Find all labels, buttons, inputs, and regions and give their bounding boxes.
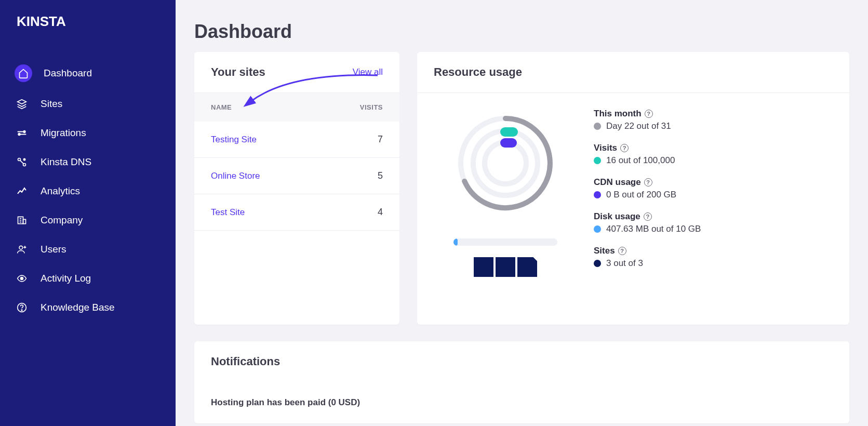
site-visits: 4 bbox=[378, 207, 383, 218]
svg-point-1 bbox=[18, 134, 20, 135]
sidebar-item-analytics[interactable]: Analytics bbox=[0, 177, 176, 206]
sidebar-item-knowledge-base[interactable]: Knowledge Base bbox=[0, 293, 176, 322]
site-row: Testing Site7 bbox=[194, 122, 399, 158]
sidebar-item-dashboard[interactable]: Dashboard bbox=[0, 57, 176, 89]
site-link[interactable]: Testing Site bbox=[211, 135, 257, 145]
svg-point-8 bbox=[21, 277, 23, 280]
sidebar-item-users[interactable]: Users bbox=[0, 235, 176, 264]
site-link[interactable]: Test Site bbox=[211, 207, 245, 218]
sidebar-item-company[interactable]: Company bbox=[0, 206, 176, 235]
help-icon[interactable]: ? bbox=[645, 110, 653, 118]
site-row: Test Site4 bbox=[194, 194, 399, 231]
help-icon[interactable]: ? bbox=[620, 144, 629, 152]
svg-point-0 bbox=[23, 131, 25, 132]
sidebar-item-label: Analytics bbox=[41, 185, 80, 197]
card-your-sites: Your sites View all NAME VISITS Testing … bbox=[194, 52, 399, 325]
svg-rect-13 bbox=[500, 127, 518, 137]
help-icon[interactable]: ? bbox=[618, 247, 626, 255]
resource-title: Resource usage bbox=[434, 65, 522, 79]
sidebar-item-kinsta-dns[interactable]: Kinsta DNS bbox=[0, 148, 176, 177]
layers-icon bbox=[15, 97, 29, 111]
analytics-icon bbox=[15, 184, 29, 198]
help-icon[interactable]: ? bbox=[644, 178, 652, 187]
sidebar-item-label: Activity Log bbox=[41, 273, 91, 284]
brand-text: KINSTA bbox=[17, 15, 66, 29]
migrations-icon bbox=[15, 126, 29, 140]
legend-this-month: This month? Day 22 out of 31 bbox=[594, 109, 829, 131]
site-link[interactable]: Online Store bbox=[211, 171, 260, 181]
dns-icon bbox=[15, 155, 29, 169]
view-all-link[interactable]: View all bbox=[353, 67, 383, 77]
svg-rect-6 bbox=[23, 219, 26, 223]
dot-icon bbox=[594, 123, 601, 130]
legend-cdn: CDN usage? 0 B out of 200 GB bbox=[594, 177, 829, 200]
sidebar-item-label: Sites bbox=[41, 98, 62, 110]
sidebar-item-label: Kinsta DNS bbox=[41, 156, 91, 168]
sidebar-item-sites[interactable]: Sites bbox=[0, 89, 176, 118]
col-name: NAME bbox=[211, 103, 232, 111]
site-row: Online Store5 bbox=[194, 158, 399, 194]
svg-point-7 bbox=[19, 246, 23, 249]
sites-table-head: NAME VISITS bbox=[194, 93, 399, 122]
site-icon bbox=[496, 257, 515, 277]
svg-point-16 bbox=[491, 149, 520, 178]
brand-logo: KINSTA bbox=[0, 15, 176, 57]
notifications-title: Notifications bbox=[211, 355, 280, 368]
svg-point-4 bbox=[23, 158, 25, 160]
svg-rect-15 bbox=[500, 138, 517, 148]
sidebar-item-label: Company bbox=[41, 215, 83, 226]
nav-list: DashboardSitesMigrationsKinsta DNSAnalyt… bbox=[0, 57, 176, 322]
dot-icon bbox=[594, 157, 601, 164]
resource-gauge bbox=[451, 109, 560, 218]
site-icon bbox=[474, 257, 493, 277]
card-notifications: Notifications Hosting plan has been paid… bbox=[194, 341, 849, 423]
dot-icon bbox=[594, 225, 601, 233]
notification-item[interactable]: Hosting plan has been paid (0 USD) bbox=[211, 397, 833, 408]
dot-icon bbox=[594, 191, 601, 198]
site-icon bbox=[517, 257, 537, 277]
site-visits: 5 bbox=[378, 170, 383, 181]
site-visits: 7 bbox=[378, 134, 383, 145]
sidebar-item-activity-log[interactable]: Activity Log bbox=[0, 264, 176, 293]
sidebar-item-label: Knowledge Base bbox=[41, 302, 115, 313]
disk-usage-bar bbox=[453, 238, 557, 246]
sites-icons bbox=[474, 257, 537, 277]
home-icon bbox=[15, 64, 32, 82]
your-sites-title: Your sites bbox=[211, 65, 265, 79]
help-icon[interactable]: ? bbox=[644, 212, 652, 221]
sidebar-item-label: Dashboard bbox=[44, 68, 92, 79]
col-visits: VISITS bbox=[360, 103, 383, 111]
svg-point-10 bbox=[21, 310, 22, 311]
legend-visits: Visits? 16 out of 100,000 bbox=[594, 143, 829, 166]
legend-disk: Disk usage? 407.63 MB out of 10 GB bbox=[594, 211, 829, 234]
company-icon bbox=[15, 213, 29, 228]
users-icon bbox=[15, 242, 29, 257]
sidebar: KINSTA DashboardSitesMigrationsKinsta DN… bbox=[0, 0, 176, 426]
dot-icon bbox=[594, 260, 601, 267]
main: Dashboard Your sites View all NAME VISIT… bbox=[176, 0, 868, 426]
sidebar-item-migrations[interactable]: Migrations bbox=[0, 118, 176, 148]
sidebar-item-label: Migrations bbox=[41, 127, 86, 139]
page-title: Dashboard bbox=[194, 21, 849, 43]
legend-sites: Sites? 3 out of 3 bbox=[594, 246, 829, 269]
card-resource-usage: Resource usage bbox=[417, 52, 849, 325]
sidebar-item-label: Users bbox=[41, 244, 66, 255]
eye-icon bbox=[15, 271, 29, 286]
help-icon bbox=[15, 300, 29, 315]
